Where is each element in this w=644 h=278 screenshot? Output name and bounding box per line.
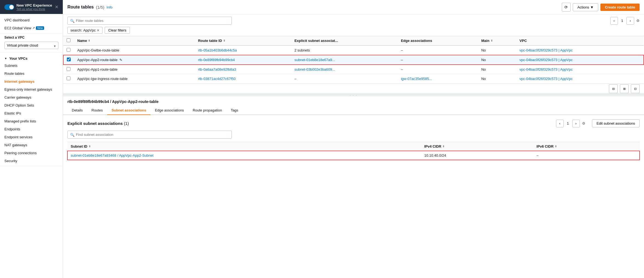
- sidebar-item-subnets[interactable]: Route tables: [0, 70, 63, 78]
- subnet-prev-page[interactable]: ‹: [556, 120, 564, 127]
- sidebar-item-dhcp-option-sets[interactable]: Elastic IPs: [0, 109, 63, 117]
- row3-vpc-link[interactable]: vpc-04bac0f26f329c573 | AppVpc: [520, 67, 573, 71]
- row3-route-table-id: rtb-0a6aa7a08e92fb8a3: [195, 65, 291, 74]
- col-header-checkbox: [63, 36, 74, 46]
- subnet-page-num: 1: [566, 121, 570, 125]
- subnet-row1-ipv4: 10.10.40.0/24: [421, 151, 533, 160]
- refresh-button[interactable]: ⟳: [562, 3, 571, 12]
- create-route-table-button[interactable]: Create route table: [600, 4, 640, 11]
- row1-edge-assoc: –: [398, 45, 478, 55]
- name-sort[interactable]: Name ⬍: [77, 39, 90, 43]
- row2-explicit-subnet: subnet-01eb8e18e67a9...: [291, 55, 397, 65]
- vpc-filter-select[interactable]: Virtual private cloud: [4, 42, 58, 49]
- row4-edge-assoc-link[interactable]: igw-07ac35e9585...: [401, 77, 432, 81]
- tab-tags[interactable]: Tags: [226, 106, 243, 115]
- sidebar-item-your-vpcs[interactable]: Subnets: [0, 62, 63, 70]
- section-virtual-private-cloud[interactable]: Your VPCs: [0, 54, 63, 62]
- split-view-icon[interactable]: ⊟: [609, 84, 618, 93]
- row4-explicit-subnet: –: [291, 74, 397, 84]
- subnet-next-page[interactable]: ›: [572, 120, 580, 127]
- subnet-search-input[interactable]: [67, 131, 232, 139]
- sidebar-item-peering-connections[interactable]: Security: [0, 157, 63, 165]
- sidebar-item-internet-gateways[interactable]: Egress-only internet gateways: [0, 85, 63, 93]
- sidebar-header-text: New VPC Experience Tell us what you thin…: [16, 3, 52, 11]
- sidebar-item-vpc-dashboard[interactable]: VPC dashboard: [0, 16, 63, 24]
- row1-name: AppVpc-Gwlbe-route-table: [74, 45, 195, 55]
- row3-explicit-subnet-link[interactable]: subnet-03b002e3ba609...: [294, 67, 335, 71]
- row2-route-id-link[interactable]: rtb-0e89f89fb94b99cb4: [198, 58, 235, 62]
- route-table-id-sort[interactable]: Route table ID ⬍: [198, 39, 225, 43]
- table-row: AppVpc-App1-route-table rtb-0a6aa7a08e92…: [63, 65, 644, 74]
- sidebar-item-carrier-gateways[interactable]: DHCP Option Sets: [0, 101, 63, 109]
- filter-tag-remove-icon[interactable]: ✕: [97, 28, 99, 32]
- row2-vpc-link[interactable]: vpc-04bac0f26f329c573 | AppVpc: [520, 58, 573, 62]
- sidebar-toggle[interactable]: [4, 4, 14, 10]
- route-tables-panel: Route tables (1/5) Info ⟳ Actions ▼ Crea…: [63, 0, 644, 94]
- actions-button[interactable]: Actions ▼: [573, 3, 599, 11]
- close-icon[interactable]: ✕: [55, 4, 58, 10]
- tab-edge-associations[interactable]: Edge associations: [150, 106, 188, 115]
- panel-count: (1/5): [96, 5, 104, 10]
- row4-vpc-link[interactable]: vpc-04bac0f26f329c573 | AppVpc: [520, 77, 573, 81]
- subnet-row1-id-link[interactable]: subnet-01eb8e18e67a93468 / AppVpc-App2-S…: [71, 153, 153, 157]
- select-all-checkbox[interactable]: [67, 38, 70, 42]
- row1-route-table-id: rtb-05a1b403b6db44c5a: [195, 45, 291, 55]
- edit-icon[interactable]: ✎: [119, 58, 122, 62]
- row3-checkbox[interactable]: [67, 67, 70, 71]
- search-icon: 🔍: [70, 19, 75, 23]
- sidebar-item-route-tables[interactable]: Internet gateways: [0, 78, 63, 85]
- sidebar-subtitle: Tell us what you think: [16, 7, 52, 11]
- subnet-row1-ipv6: –: [533, 151, 640, 160]
- row1-explicit-subnet: 2 subnets: [291, 45, 397, 55]
- row4-checkbox[interactable]: [67, 76, 70, 80]
- route-table-id-sort-icon: ⬍: [223, 39, 225, 42]
- search-input[interactable]: [67, 17, 232, 25]
- tab-subnet-associations[interactable]: Subnet associations: [107, 106, 150, 115]
- filter-tags-bar: search: AppVpc ✕ Clear filters: [63, 27, 644, 36]
- row3-route-id-link[interactable]: rtb-0a6aa7a08e92fb8a3: [198, 67, 236, 71]
- sidebar-item-endpoints[interactable]: Endpoint services: [0, 133, 63, 141]
- row3-name: AppVpc-App1-route-table: [74, 65, 195, 74]
- ec2-global-view-label: EC2 Global View: [4, 26, 31, 30]
- row1-route-id-link[interactable]: rtb-05a1b403b6db44c5a: [198, 48, 237, 52]
- row2-checkbox-cell: [63, 55, 74, 65]
- row2-explicit-subnet-link[interactable]: subnet-01eb8e18e67a9...: [294, 58, 335, 62]
- subnet-settings-icon[interactable]: ⚙: [582, 121, 585, 125]
- next-page-button[interactable]: ›: [626, 17, 634, 25]
- resize-handle[interactable]: · · ·: [63, 94, 644, 96]
- table-row: AppVpc-Igw-Ingress-route-table rtb-03871…: [63, 74, 644, 84]
- panel-title: Route tables (1/5) Info: [67, 5, 113, 10]
- route-tables-table: Name ⬍ Route table ID ⬍: [63, 36, 644, 84]
- row3-main: No: [478, 65, 516, 74]
- row4-main: No: [478, 74, 516, 84]
- main-content: Route tables (1/5) Info ⟳ Actions ▼ Crea…: [63, 0, 644, 278]
- bottom-view-icon[interactable]: ⊞: [620, 84, 629, 93]
- sidebar-item-nat-gateways[interactable]: Peering connections: [0, 149, 63, 157]
- tab-routes[interactable]: Routes: [87, 106, 107, 115]
- detail-content: Explicit subnet associations (1) ‹ 1 › ⚙…: [63, 115, 644, 164]
- sidebar-item-managed-prefix-lists[interactable]: Endpoints: [0, 125, 63, 133]
- row2-checkbox[interactable]: [67, 58, 71, 61]
- row2-name: AppVpc-App2-route-table ✎: [74, 55, 195, 65]
- clear-filters-button[interactable]: Clear filters: [105, 27, 130, 34]
- tab-details[interactable]: Details: [67, 106, 87, 115]
- info-link[interactable]: Info: [107, 5, 113, 9]
- sidebar-item-egress-only-internet-gateways[interactable]: Carrier gateways: [0, 93, 63, 101]
- main-sort[interactable]: Main ⬍: [481, 39, 493, 43]
- actions-label: Actions: [577, 5, 589, 9]
- sidebar-item-ec2-global-view[interactable]: EC2 Global View ↗ New: [0, 24, 63, 32]
- row2-main: No: [478, 55, 516, 65]
- row1-vpc-link[interactable]: vpc-04bac0f26f329c573 | AppVpc: [520, 48, 573, 52]
- table-settings-icon[interactable]: ⚙: [636, 19, 640, 23]
- edit-subnet-associations-button[interactable]: Edit subnet associations: [592, 119, 640, 127]
- sidebar-item-endpoint-services[interactable]: NAT gateways: [0, 141, 63, 149]
- col-header-vpc: VPC: [516, 36, 644, 46]
- tab-route-propagation[interactable]: Route propagation: [188, 106, 226, 115]
- sidebar-nav: VPC dashboard EC2 Global View ↗ New Sele…: [0, 14, 63, 173]
- full-view-icon[interactable]: ⊡: [631, 84, 640, 93]
- sidebar-item-elastic-ips[interactable]: Managed prefix lists: [0, 117, 63, 125]
- row4-route-id-link[interactable]: rtb-03871ac4d27c67f50: [198, 77, 236, 81]
- prev-page-button[interactable]: ‹: [610, 17, 618, 25]
- row1-checkbox[interactable]: [67, 48, 70, 52]
- vpc-filter-wrap: Virtual private cloud: [0, 41, 63, 51]
